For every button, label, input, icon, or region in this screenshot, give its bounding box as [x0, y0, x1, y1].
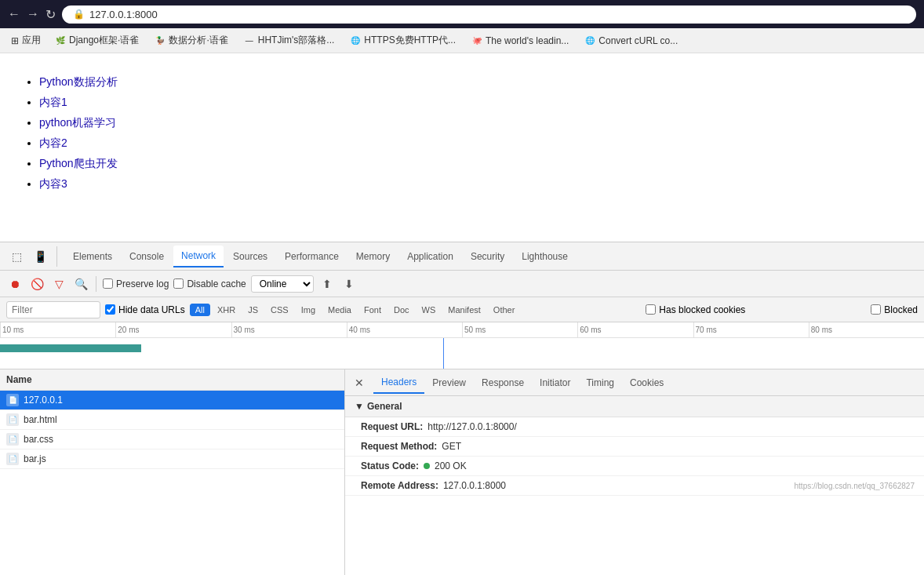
devtools-toolbar: ⏺ 🚫 ▽ 🔍 Preserve log Disable cache Onlin…	[0, 271, 924, 297]
filter-media[interactable]: Media	[322, 304, 357, 316]
hide-data-urls-checkbox[interactable]	[105, 304, 115, 315]
list-link[interactable]: 内容2	[39, 136, 67, 149]
preserve-log-text: Preserve log	[116, 278, 169, 289]
file-item-root[interactable]: 📄 127.0.0.1	[0, 391, 344, 410]
collapse-icon[interactable]: ▼	[355, 401, 364, 412]
blocked-cookies-text: Has blocked cookies	[659, 304, 745, 315]
status-dot	[424, 463, 430, 469]
tab-network[interactable]: Network	[173, 246, 224, 267]
device-icon[interactable]: 📱	[30, 246, 50, 267]
detail-tab-preview[interactable]: Preview	[424, 373, 474, 393]
upload-button[interactable]: ⬆	[318, 275, 336, 293]
tab-security[interactable]: Security	[463, 246, 512, 267]
filter-img[interactable]: Img	[296, 304, 321, 316]
preserve-log-checkbox[interactable]	[103, 278, 113, 289]
disable-cache-checkbox[interactable]	[173, 278, 184, 289]
tab-sources[interactable]: Sources	[225, 246, 275, 267]
request-url-key: Request URL:	[361, 421, 423, 432]
detail-close-button[interactable]: ✕	[351, 375, 367, 391]
list-link[interactable]: Python数据分析	[39, 75, 118, 88]
remote-address-row: Remote Address: 127.0.0.1:8000 https://b…	[345, 476, 924, 496]
filter-manifest[interactable]: Manifest	[442, 304, 486, 316]
tick-80ms: 80 ms	[809, 322, 924, 337]
filter-xhr[interactable]: XHR	[212, 304, 241, 316]
request-method-key: Request Method:	[361, 441, 437, 452]
tab-memory[interactable]: Memory	[348, 246, 398, 267]
inspect-icon[interactable]: ⬚	[6, 246, 27, 267]
status-code-key: Status Code:	[361, 460, 419, 471]
filter-other[interactable]: Other	[488, 304, 521, 316]
bookmark-curl[interactable]: 🌐 Convert cURL co...	[578, 33, 684, 49]
throttle-select[interactable]: Online Fast 3G Slow 3G Offline	[251, 275, 314, 293]
back-button[interactable]: ←	[8, 7, 20, 21]
hide-data-urls-text: Hide data URLs	[118, 304, 185, 315]
detail-tab-timing[interactable]: Timing	[578, 373, 622, 393]
filter-types: All XHR JS CSS Img Media Font Doc WS Man…	[190, 304, 521, 316]
reload-button[interactable]: ↻	[45, 7, 56, 22]
blocked-label[interactable]: Blocked	[871, 304, 918, 315]
forward-button[interactable]: →	[27, 7, 39, 21]
file-icon-css: 📄	[6, 433, 19, 446]
filter-js[interactable]: JS	[242, 304, 264, 316]
separator	[96, 276, 96, 292]
file-item-js[interactable]: 📄 bar.js	[0, 449, 344, 469]
blocked-cookies-label[interactable]: Has blocked cookies	[646, 304, 745, 315]
tab-performance[interactable]: Performance	[277, 246, 347, 267]
list-link[interactable]: 内容1	[39, 96, 67, 108]
filter-button[interactable]: ▽	[50, 275, 67, 293]
detail-panel: ✕ Headers Preview Response Initiator Tim…	[345, 369, 924, 575]
tick-10ms: 10 ms	[0, 322, 115, 337]
tick-20ms: 20 ms	[115, 322, 231, 337]
bookmark-datanalysis[interactable]: 🦆 数据分析·语雀	[148, 31, 234, 49]
blocked-cookies-checkbox[interactable]	[646, 304, 656, 315]
list-link[interactable]: 内容3	[39, 177, 67, 190]
disable-cache-label[interactable]: Disable cache	[173, 278, 246, 289]
tab-application[interactable]: Application	[399, 246, 461, 267]
download-button[interactable]: ⬇	[340, 275, 358, 293]
tab-lighthouse[interactable]: Lighthouse	[514, 246, 576, 267]
filter-all[interactable]: All	[190, 304, 210, 316]
tab-console[interactable]: Console	[122, 246, 172, 267]
detail-tab-response[interactable]: Response	[474, 373, 532, 393]
detail-tab-cookies[interactable]: Cookies	[622, 373, 671, 393]
detail-tabs: ✕ Headers Preview Response Initiator Tim…	[345, 369, 924, 396]
tab-elements[interactable]: Elements	[65, 246, 120, 267]
bookmark-django[interactable]: 🌿 Django框架·语雀	[49, 31, 145, 49]
list-link[interactable]: python机器学习	[39, 116, 116, 129]
clear-button[interactable]: 🚫	[28, 275, 45, 293]
list-item: Python数据分析	[39, 75, 900, 89]
bookmark-github[interactable]: 🐙 The world's leadin...	[465, 33, 575, 49]
blocked-checkbox[interactable]	[871, 304, 881, 315]
datanalysis-label: 数据分析·语雀	[169, 34, 227, 47]
detail-tab-initiator[interactable]: Initiator	[532, 373, 578, 393]
remote-address-key: Remote Address:	[361, 480, 438, 491]
file-list: Name 📄 127.0.0.1 📄 bar.html 📄 bar.css 📄 …	[0, 369, 345, 575]
filter-bar: Hide data URLs All XHR JS CSS Img Media …	[0, 297, 924, 322]
filter-doc[interactable]: Doc	[388, 304, 415, 316]
list-link[interactable]: Python爬虫开发	[39, 157, 118, 169]
address-text: 127.0.0.1:8000	[89, 9, 158, 20]
detail-tab-headers[interactable]: Headers	[373, 372, 424, 394]
name-column-label: Name	[6, 374, 32, 385]
list-item: 内容1	[39, 96, 900, 110]
file-name-js: bar.js	[24, 453, 46, 464]
search-button[interactable]: 🔍	[72, 275, 89, 293]
bookmark-https[interactable]: 🌐 HTTPS免费HTTP代...	[344, 31, 462, 49]
record-button[interactable]: ⏺	[6, 275, 24, 293]
apps-button[interactable]: ⊞ 应用	[6, 31, 45, 49]
bookmark-hhtjim[interactable]: — HHTJim's部落格...	[238, 31, 341, 49]
filter-input[interactable]	[6, 301, 100, 318]
filter-ws[interactable]: WS	[417, 304, 442, 316]
filter-font[interactable]: Font	[358, 304, 387, 316]
apps-icon: ⊞	[11, 35, 19, 46]
list-item: 内容3	[39, 177, 900, 191]
hide-data-urls-label[interactable]: Hide data URLs	[105, 304, 185, 315]
file-item-css[interactable]: 📄 bar.css	[0, 430, 344, 449]
datanalysis-favicon: 🦆	[155, 35, 166, 46]
address-bar[interactable]: 🔒 127.0.0.1:8000	[62, 5, 916, 24]
tick-70ms: 70 ms	[693, 322, 809, 337]
request-method-row: Request Method: GET	[345, 437, 924, 457]
preserve-log-label[interactable]: Preserve log	[103, 278, 169, 289]
filter-css[interactable]: CSS	[265, 304, 294, 316]
file-item-html[interactable]: 📄 bar.html	[0, 410, 344, 430]
